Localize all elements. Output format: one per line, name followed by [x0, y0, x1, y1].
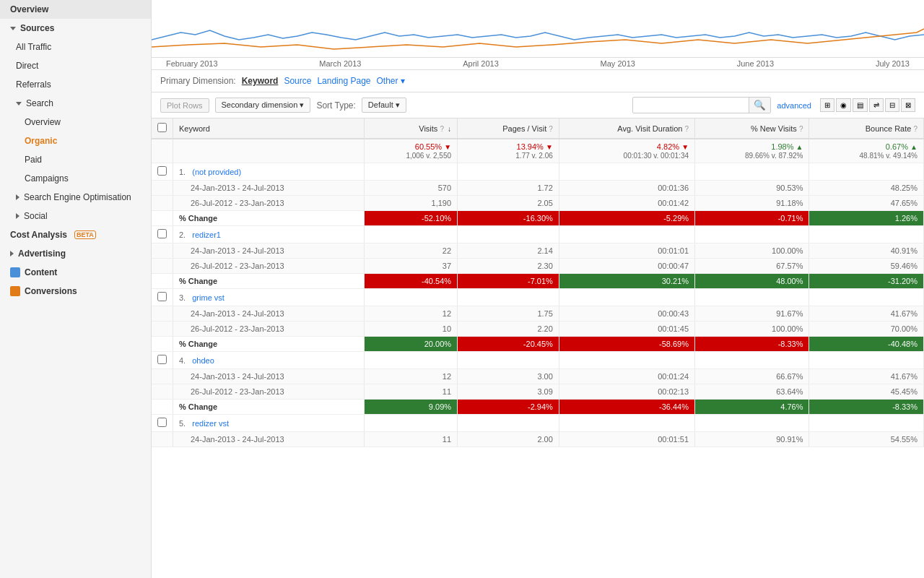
new1: 91.67% [695, 306, 809, 322]
bounce2: 45.45% [809, 384, 924, 400]
change-cell: 4.76% [695, 400, 809, 415]
view-icon-custom[interactable]: ⊠ [901, 98, 915, 112]
sidebar-item-all-traffic[interactable]: All Traffic [0, 38, 151, 56]
keyword-duration [559, 226, 694, 243]
row-checkbox[interactable] [157, 418, 167, 427]
sidebar-item-paid[interactable]: Paid [0, 150, 151, 169]
sidebar-item-label: Search [26, 98, 53, 108]
date-row-1: 24-Jan-2013 - 24-Jul-2013 22 2.14 00:01:… [152, 243, 924, 259]
keyword-cell: 3. grime vst [173, 289, 365, 306]
summary-bounce-compare: 48.81% v. 49.14% [860, 152, 918, 160]
keyword-duration [559, 163, 694, 181]
secondary-dimension-button[interactable]: Secondary dimension ▾ [215, 98, 311, 113]
row-checkbox[interactable] [157, 355, 167, 364]
sidebar-item-advertising[interactable]: Advertising [0, 244, 151, 263]
keyword-pages [458, 163, 559, 181]
view-icon-grid[interactable]: ⊞ [820, 98, 834, 112]
sidebar-item-search-overview[interactable]: Overview [0, 113, 151, 131]
sidebar-item-label: Sources [20, 23, 54, 33]
date1-label: 24-Jan-2013 - 24-Jul-2013 [173, 306, 365, 322]
sidebar-item-campaigns[interactable]: Campaigns [0, 169, 151, 188]
keyword-new-visits [695, 226, 809, 243]
view-icon-bar[interactable]: ▤ [853, 98, 868, 112]
new1: 90.53% [695, 181, 809, 196]
summary-visits-arrow: ▼ [444, 143, 451, 151]
keyword-link[interactable]: grime vst [192, 293, 225, 302]
row-checkbox-cell [152, 415, 173, 432]
select-all-checkbox[interactable] [157, 123, 167, 132]
sidebar-item-direct[interactable]: Direct [0, 56, 151, 75]
keyword-bounce [809, 289, 924, 306]
change-cell: -40.54% [364, 274, 458, 289]
sidebar-item-label: All Traffic [16, 42, 51, 52]
visits1: 12 [364, 369, 458, 384]
view-icon-pie[interactable]: ◉ [836, 98, 851, 112]
bounce-help-icon: ? [913, 125, 918, 133]
sort-type-label: Sort Type: [316, 100, 355, 111]
sidebar: Overview Sources All Traffic Direct Refe… [0, 0, 152, 578]
sidebar-item-content[interactable]: Content [0, 263, 151, 282]
row-checkbox-cell [152, 289, 173, 306]
sidebar-item-referrals[interactable]: Referrals [0, 75, 151, 94]
dur1: 00:01:36 [559, 181, 694, 196]
dim-other[interactable]: Other ▾ [377, 76, 405, 86]
keyword-visits [364, 163, 458, 181]
dim-keyword[interactable]: Keyword [242, 76, 279, 86]
change-cell: -20.45% [458, 337, 559, 352]
change-cell: -0.71% [695, 211, 809, 226]
keyword-pages [458, 352, 559, 369]
sidebar-item-conversions[interactable]: Conversions [0, 282, 151, 301]
summary-visits-cell: 60.55% ▼ 1,006 v. 2,550 [364, 139, 458, 163]
sidebar-item-search[interactable]: Search [0, 94, 151, 113]
new-visits-help-icon: ? [799, 125, 803, 133]
sidebar-item-overview[interactable]: Overview [0, 0, 151, 19]
change-cell: -31.20% [809, 274, 924, 289]
dim-landing-page[interactable]: Landing Page [317, 76, 370, 86]
sidebar-item-label: Direct [16, 61, 38, 71]
chart-label-may: May 2013 [601, 59, 635, 68]
th-pct-new-visits: % New Visits ? [695, 118, 809, 139]
change-cell: 30.21% [559, 274, 694, 289]
view-icon-compare[interactable]: ⇌ [869, 98, 884, 112]
keyword-new-visits [695, 163, 809, 181]
th-visits: Visits ? ↓ [364, 118, 458, 139]
new2: 91.18% [695, 196, 809, 211]
keyword-link[interactable]: redizer vst [192, 419, 229, 428]
row-checkbox[interactable] [157, 166, 167, 176]
plot-rows-button[interactable]: Plot Rows [160, 98, 209, 113]
sidebar-item-label: Conversions [25, 286, 77, 296]
advanced-link[interactable]: advanced [777, 101, 811, 110]
pages1: 3.00 [458, 369, 559, 384]
keyword-bounce [809, 163, 924, 181]
dim-source[interactable]: Source [284, 76, 311, 86]
row-checkbox[interactable] [157, 292, 167, 301]
summary-visits-pct: 60.55% [415, 142, 442, 151]
pages2: 2.20 [458, 322, 559, 337]
search-button[interactable]: 🔍 [749, 98, 770, 113]
pages-help-icon: ? [549, 125, 553, 133]
sidebar-item-social[interactable]: Social [0, 207, 151, 225]
date1-label: 24-Jan-2013 - 24-Jul-2013 [173, 243, 365, 259]
search-input[interactable] [633, 99, 749, 112]
view-icon-pivot[interactable]: ⊟ [885, 98, 899, 112]
row-checkbox[interactable] [157, 229, 167, 238]
pct-change-label: % Change [173, 211, 365, 226]
change-cell: -36.44% [559, 400, 694, 415]
th-avg-visit-duration: Avg. Visit Duration ? [559, 118, 694, 139]
keyword-link[interactable]: redizer1 [192, 230, 221, 239]
sidebar-item-organic[interactable]: Organic [0, 131, 151, 150]
sort-default-button[interactable]: Default ▾ [362, 98, 406, 113]
sidebar-item-sources[interactable]: Sources [0, 19, 151, 38]
primary-dimension-label: Primary Dimension: [160, 76, 236, 86]
date1-label: 24-Jan-2013 - 24-Jul-2013 [173, 369, 365, 384]
sidebar-item-seo[interactable]: Search Engine Optimisation [0, 188, 151, 207]
date-row-1: 24-Jan-2013 - 24-Jul-2013 570 1.72 00:01… [152, 181, 924, 196]
sidebar-item-cost-analysis[interactable]: Cost Analysis BETA [0, 225, 151, 244]
change-cell: -7.01% [458, 274, 559, 289]
sidebar-item-label: Paid [25, 155, 42, 165]
keyword-link[interactable]: ohdeo [192, 356, 214, 365]
visits2: 10 [364, 322, 458, 337]
th-bounce-rate: Bounce Rate ? [809, 118, 924, 139]
keyword-link[interactable]: (not provided) [192, 168, 241, 176]
sidebar-item-label: Overview [25, 117, 61, 127]
